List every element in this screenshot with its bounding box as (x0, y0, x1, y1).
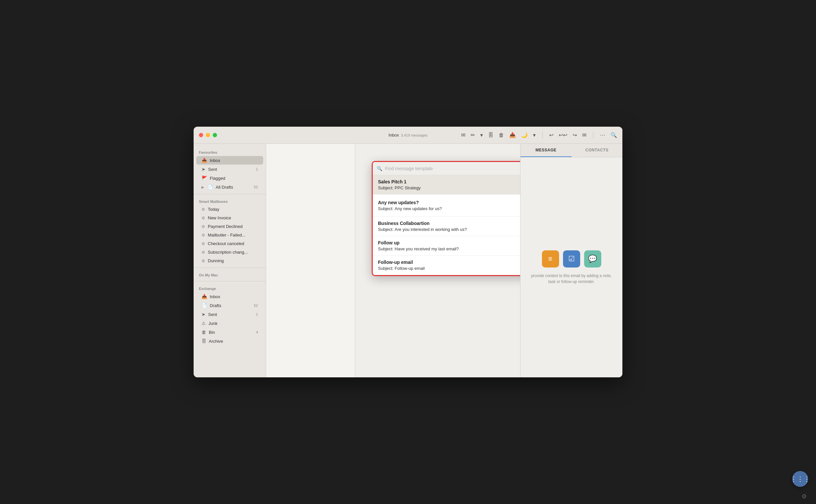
sidebar-item-sent-exchange[interactable]: ➤ Sent 1 (196, 310, 263, 319)
template-name-4: Follow-up email (378, 260, 520, 265)
trash-icon[interactable]: 🗑 (499, 132, 504, 138)
template-info-3: Follow up Subject: Have you received my … (378, 240, 520, 251)
template-item-0[interactable]: Sales Pitch 1 Subject: PPC Strategy (373, 175, 520, 195)
template-item-1[interactable]: Any new updates? Subject: Any new update… (373, 195, 520, 217)
divider-3 (194, 281, 266, 281)
separator2 (593, 132, 593, 139)
gear-payment-icon: ⚙ (202, 224, 205, 229)
mailbutler-icon[interactable]: ✉ (582, 132, 586, 138)
panel-hint: provide context to this email by adding … (527, 273, 616, 285)
template-info-1: Any new updates? Subject: Any new update… (378, 200, 520, 211)
tab-contacts[interactable]: CONTACTS (572, 144, 623, 157)
dropdown-header: 🔍 ☺ ▾ (373, 162, 520, 175)
action-icons-row: ≡ ☑ 💬 (542, 250, 601, 268)
gear-today-icon: ⚙ (202, 207, 205, 212)
template-item-3[interactable]: Follow up Subject: Have you received my … (373, 236, 520, 256)
titlebar: Inbox 3,419 messages ✉ ✏ ▾ 🗄 🗑 📥 🌙 ▾ ↩ ↩… (194, 127, 622, 144)
snooze-icon[interactable]: 🌙 (521, 132, 528, 138)
main-layout: Favourites 📥 Inbox ➤ Sent 1 🚩 Flagged ▶ … (194, 144, 622, 377)
exchange-label: Exchange (194, 284, 266, 292)
divider-1 (194, 194, 266, 194)
drafts-exchange-icon: 📄 (202, 303, 207, 308)
minimize-button[interactable] (206, 133, 210, 137)
template-info-2: Business Collaboartion Subject: Are you … (378, 221, 520, 232)
sidebar-item-subscription[interactable]: ⚙ Subscription chang... (196, 248, 263, 256)
template-subject-4: Subject: Follow-up email (378, 266, 520, 271)
window-subtitle: 3,419 messages (401, 133, 428, 137)
right-panel: MESSAGE CONTACTS ≡ ☑ 💬 provide context t… (520, 144, 622, 377)
reply-all-icon[interactable]: ↩↩ (559, 132, 567, 138)
flag-icon: 🚩 (202, 175, 207, 181)
template-name-3: Follow up (378, 240, 520, 245)
task-icon: ☑ (568, 255, 575, 263)
smart-mailboxes-label: Smart Mailboxes (194, 197, 266, 205)
template-search-input[interactable] (385, 166, 520, 171)
template-subject-2: Subject: Are you interested in working w… (378, 227, 520, 232)
archive-icon[interactable]: 🗄 (488, 132, 493, 138)
bin-icon: 🗑 (202, 330, 206, 335)
template-name-2: Business Collaboartion (378, 221, 520, 226)
edit-icon[interactable]: ✏ (471, 132, 475, 138)
titlebar-toolbar: ✉ ✏ ▾ 🗄 🗑 📥 🌙 ▾ ↩ ↩↩ ↪ ✉ ⋯ 🔍 (461, 132, 617, 139)
favourites-label: Favourites (194, 148, 266, 156)
search-icon[interactable]: 🔍 (611, 132, 617, 138)
content-area: 🔍 ☺ ▾ Sales Pitch 1 Subject: PPC Strateg… (355, 144, 520, 377)
main-window: Inbox 3,419 messages ✉ ✏ ▾ 🗄 🗑 📥 🌙 ▾ ↩ ↩… (194, 127, 622, 377)
reply-icon[interactable]: ↩ (549, 132, 553, 138)
expand-icon: ▶ (202, 185, 204, 189)
note-button[interactable]: ≡ (542, 250, 559, 268)
template-subject-0: Subject: PPC Strategy (378, 185, 520, 190)
sidebar-item-flagged[interactable]: 🚩 Flagged (196, 174, 263, 182)
tab-message[interactable]: MESSAGE (520, 144, 572, 157)
sidebar-item-checkout-canceled[interactable]: ⚙ Checkout canceled (196, 239, 263, 248)
sidebar-item-bin[interactable]: 🗑 Bin 4 (196, 328, 263, 336)
sidebar-item-sent-fav[interactable]: ➤ Sent 1 (196, 165, 263, 173)
template-item-4[interactable]: Follow-up email Subject: Follow-up email (373, 256, 520, 275)
template-name-0: Sales Pitch 1 (378, 179, 520, 184)
sidebar-item-inbox-exchange[interactable]: 📥 Inbox (196, 292, 263, 301)
template-name-1: Any new updates? (378, 200, 520, 205)
right-panel-tabs: MESSAGE CONTACTS (520, 144, 622, 157)
archive-sidebar-icon: 🗄 (202, 338, 206, 344)
note-icon: ≡ (548, 255, 552, 263)
template-subject-3: Subject: Have you received my last email… (378, 246, 520, 251)
window-title: Inbox (389, 133, 399, 138)
sent-exchange-icon: ➤ (202, 312, 205, 317)
gear-checkout-icon: ⚙ (202, 241, 205, 246)
separator (542, 132, 543, 139)
forward-icon[interactable]: ↪ (573, 132, 577, 138)
template-info-4: Follow-up email Subject: Follow-up email (378, 260, 520, 271)
move-icon[interactable]: 📥 (509, 132, 516, 138)
sidebar-item-inbox-fav[interactable]: 📥 Inbox (196, 156, 263, 165)
message-list (266, 144, 355, 377)
template-info-0: Sales Pitch 1 Subject: PPC Strategy (378, 179, 520, 190)
close-button[interactable] (199, 133, 203, 137)
chevron-down2-icon[interactable]: ▾ (533, 132, 536, 138)
gear-mailbutler-icon: ⚙ (202, 233, 205, 237)
reminder-icon: 💬 (588, 255, 597, 263)
task-button[interactable]: ☑ (563, 250, 580, 268)
more-icon[interactable]: ⋯ (600, 132, 605, 138)
right-panel-body: ≡ ☑ 💬 provide context to this email by a… (520, 157, 622, 377)
sidebar-item-junk[interactable]: ⚠ Junk (196, 319, 263, 328)
gear-subscription-icon: ⚙ (202, 250, 205, 255)
sidebar-item-mailbutler-failed[interactable]: ⚙ Mailbutler - Failed... (196, 231, 263, 239)
sidebar-item-dunning[interactable]: ⚙ Dunning (196, 257, 263, 265)
gear-dunning-icon: ⚙ (202, 259, 205, 263)
sidebar-item-drafts-exchange[interactable]: 📄 Drafts 52 (196, 301, 263, 310)
search-template-icon: 🔍 (377, 166, 382, 171)
maximize-button[interactable] (213, 133, 217, 137)
sidebar-item-payment-declined[interactable]: ⚙ Payment Declined (196, 222, 263, 231)
gear-invoice-icon: ⚙ (202, 216, 205, 220)
sent-icon: ➤ (202, 167, 205, 172)
sidebar-item-today[interactable]: ⚙ Today (196, 205, 263, 213)
sidebar-item-new-invoice[interactable]: ⚙ New Invoice (196, 214, 263, 222)
compose-icon[interactable]: ✉ (461, 132, 465, 138)
sidebar-item-drafts[interactable]: ▶ 📄 All Drafts 52 (196, 183, 263, 191)
chevron-down-icon[interactable]: ▾ (480, 132, 483, 138)
template-item-2[interactable]: Business Collaboartion Subject: Are you … (373, 217, 520, 236)
sidebar-item-archive[interactable]: 🗄 Archive (196, 337, 263, 345)
template-dropdown: 🔍 ☺ ▾ Sales Pitch 1 Subject: PPC Strateg… (372, 161, 520, 276)
reminder-button[interactable]: 💬 (584, 250, 601, 268)
on-my-mac-label: On My Mac (194, 270, 266, 278)
